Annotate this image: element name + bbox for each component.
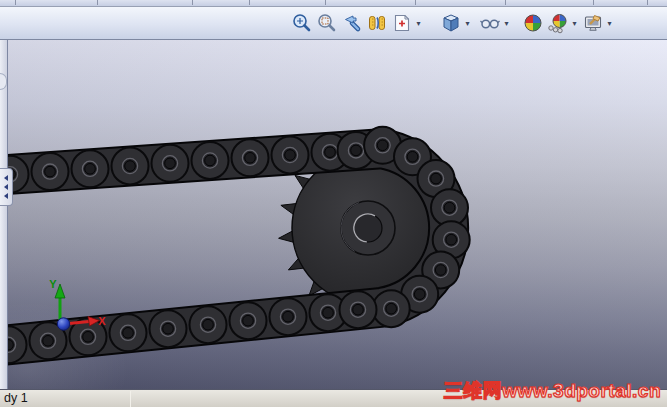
- dropdown-arrow-icon[interactable]: ▾: [463, 10, 472, 37]
- triad-y-label: Y: [49, 278, 57, 290]
- model-canvas: Y X: [0, 40, 667, 389]
- collapse-arrow-icon: [4, 175, 8, 181]
- previous-view-button[interactable]: [339, 10, 364, 37]
- section-view-button[interactable]: [364, 10, 389, 37]
- hide-show-items-button[interactable]: ▾: [477, 10, 512, 37]
- view-orientation-button[interactable]: ▾: [389, 10, 424, 37]
- view-orientation-icon: [390, 12, 413, 35]
- view-toolbar-buttons: ▾▾▾▾▾: [289, 10, 615, 37]
- z-axis-dot: [57, 318, 69, 330]
- dropdown-arrow-icon[interactable]: ▾: [414, 10, 423, 37]
- view-settings-icon: [581, 12, 604, 35]
- panel-splitter-handle[interactable]: [0, 168, 13, 206]
- reference-triad: Y X: [49, 278, 106, 330]
- dropdown-arrow-icon[interactable]: ▾: [605, 10, 614, 37]
- document-label: dy 1: [0, 391, 34, 406]
- collapse-arrow-icon: [4, 193, 8, 199]
- hide-show-items-icon: [478, 12, 501, 35]
- solidworks-window: ▾▾▾▾▾: [0, 0, 667, 407]
- dropdown-arrow-icon[interactable]: ▾: [502, 10, 511, 37]
- watermark-text: 三维网www.3dportal.cn: [444, 378, 661, 404]
- display-style-button[interactable]: ▾: [438, 10, 473, 37]
- zoom-to-area-button[interactable]: [314, 10, 339, 37]
- feature-panel-collapsed-edge: [0, 40, 8, 389]
- apply-scene-button[interactable]: ▾: [545, 10, 580, 37]
- zoom-to-area-icon: [315, 12, 338, 35]
- chain-sprocket-model: [0, 127, 470, 363]
- edit-appearance-button[interactable]: [520, 10, 545, 37]
- zoom-to-fit-icon: [290, 12, 313, 35]
- view-toolbar: ▾▾▾▾▾: [0, 7, 667, 40]
- upper-toolbar-edge: [0, 0, 667, 7]
- edit-appearance-icon: [521, 12, 544, 35]
- section-view-icon: [365, 12, 388, 35]
- dropdown-arrow-icon[interactable]: ▾: [570, 10, 579, 37]
- collapse-arrow-icon: [4, 184, 8, 190]
- view-settings-button[interactable]: ▾: [580, 10, 615, 37]
- zoom-to-fit-button[interactable]: [289, 10, 314, 37]
- apply-scene-icon: [546, 12, 569, 35]
- display-style-icon: [439, 12, 462, 35]
- viewport-3d[interactable]: Y X: [0, 40, 667, 389]
- status-bar-divider: [130, 391, 131, 407]
- triad-x-label: X: [98, 315, 106, 327]
- previous-view-icon: [340, 12, 363, 35]
